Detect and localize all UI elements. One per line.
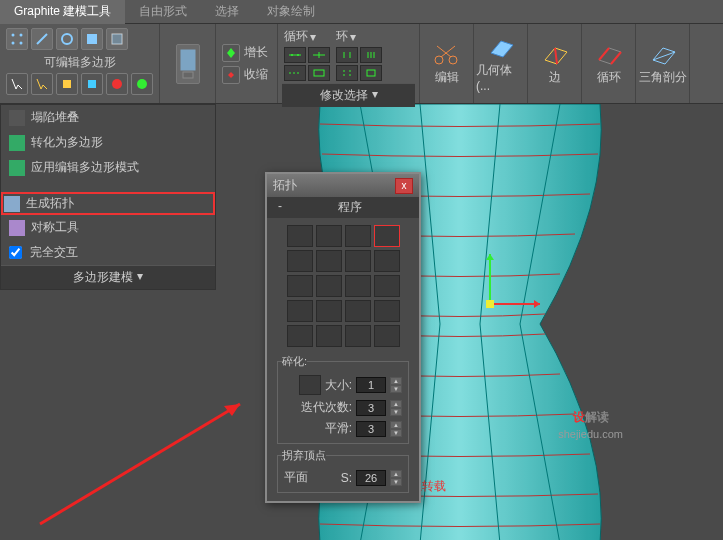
tab-objpaint[interactable]: 对象绘制	[253, 0, 329, 24]
pattern-16[interactable]	[374, 300, 400, 322]
loop-dropdown-icon[interactable]: ▾	[310, 30, 316, 44]
sel-4-icon[interactable]	[81, 73, 103, 95]
pattern-9[interactable]	[287, 275, 313, 297]
subobj-border-icon[interactable]	[56, 28, 78, 50]
apply-icon	[9, 160, 25, 176]
shrink-button[interactable]: 收缩	[220, 64, 273, 86]
frag-group: 碎化: 大小:▲▼ 迭代次数:▲▼ 平滑:▲▼	[277, 354, 409, 444]
pattern-20[interactable]	[374, 325, 400, 347]
dialog-titlebar[interactable]: 拓扑x	[267, 174, 419, 197]
group-label-editable-poly: 可编辑多边形	[4, 54, 155, 71]
smooth-spin-buttons[interactable]: ▲▼	[390, 421, 402, 437]
size-spinner[interactable]	[356, 377, 386, 393]
pattern-4[interactable]	[374, 225, 400, 247]
svg-point-27	[291, 54, 293, 56]
svg-rect-25	[183, 72, 193, 78]
discard-group: 拐弃顶点 平面S:▲▼	[277, 448, 409, 493]
panel-dropdown-icon[interactable]: ▾	[137, 269, 143, 286]
poly-model-panel: 塌陷堆叠 转化为多边形 应用编辑多边形模式 生成拓扑 对称工具 完全交互 多边形…	[0, 104, 216, 290]
pattern-13[interactable]	[287, 300, 313, 322]
loop-panel-button[interactable]: 循环	[582, 24, 636, 103]
minimize-button[interactable]: -	[273, 199, 287, 216]
sel-5-icon[interactable]	[106, 73, 128, 95]
symmetry-icon	[9, 220, 25, 236]
svg-line-43	[441, 46, 455, 57]
full-interactive-check[interactable]: 完全交互	[1, 240, 215, 265]
loop-btn-3[interactable]	[284, 65, 306, 81]
tri-icon	[649, 42, 677, 66]
apply-editpoly-button[interactable]: 应用编辑多边形模式	[1, 155, 215, 180]
subobj-vertex-icon[interactable]	[6, 28, 28, 50]
geom-panel-button[interactable]: 几何体 (...	[474, 24, 528, 103]
collapse-stack-button[interactable]: 塌陷堆叠	[1, 105, 215, 130]
full-interactive-checkbox[interactable]	[9, 246, 22, 259]
pattern-15[interactable]	[345, 300, 371, 322]
loop-icon	[595, 42, 623, 66]
close-button[interactable]: x	[395, 178, 413, 194]
edge-icon	[541, 42, 569, 66]
svg-point-13	[20, 34, 23, 37]
annotation-arrow	[30, 384, 270, 534]
tri-panel-button[interactable]: 三角剖分	[636, 24, 690, 103]
convert-icon	[9, 135, 25, 151]
symmetry-button[interactable]: 对称工具	[1, 215, 215, 240]
pattern-8[interactable]	[374, 250, 400, 272]
ring-btn-4[interactable]	[360, 65, 382, 81]
pattern-19[interactable]	[345, 325, 371, 347]
convert-poly-button[interactable]: 转化为多边形	[1, 130, 215, 155]
smooth-spinner[interactable]	[356, 421, 386, 437]
sel-3-icon[interactable]	[56, 73, 78, 95]
sel-2-icon[interactable]	[31, 73, 53, 95]
topology-dialog: 拓扑x -程序 碎化: 大小:▲▼ 迭代次数:▲▼ 平滑:▲▼ 拐弃顶点 平面S…	[265, 172, 421, 503]
ring-dropdown-icon[interactable]: ▾	[350, 30, 356, 44]
modsel-label[interactable]: 修改选择	[320, 87, 368, 104]
generate-topo-button[interactable]: 生成拓扑	[1, 192, 215, 215]
pattern-11[interactable]	[345, 275, 371, 297]
size-spin-buttons[interactable]: ▲▼	[390, 377, 402, 393]
svg-point-28	[297, 54, 299, 56]
topo-icon	[4, 196, 20, 212]
edit-panel-button[interactable]: 编辑	[420, 24, 474, 103]
tab-select[interactable]: 选择	[201, 0, 253, 24]
modsel-dropdown-icon[interactable]: ▾	[372, 87, 378, 104]
subobj-poly-icon[interactable]	[81, 28, 103, 50]
grow-icon	[222, 44, 240, 62]
pattern-12[interactable]	[374, 275, 400, 297]
pattern-3[interactable]	[345, 225, 371, 247]
pattern-2[interactable]	[316, 225, 342, 247]
edge-panel-button[interactable]: 边	[528, 24, 582, 103]
sel-1-icon[interactable]	[6, 73, 28, 95]
loop-btn-1[interactable]	[284, 47, 306, 63]
svg-line-11	[40, 404, 240, 524]
loop-label: 循环	[284, 28, 308, 45]
pattern-17[interactable]	[287, 325, 313, 347]
panel-title: 多边形建模	[73, 269, 133, 286]
svg-point-22	[112, 79, 122, 89]
subobj-element-icon[interactable]	[106, 28, 128, 50]
pattern-6[interactable]	[316, 250, 342, 272]
ring-btn-2[interactable]	[360, 47, 382, 63]
tab-freeform[interactable]: 自由形式	[125, 0, 201, 24]
sel-6-icon[interactable]	[131, 73, 153, 95]
tab-graphite[interactable]: Graphite 建模工具	[0, 0, 125, 24]
pattern-7[interactable]	[345, 250, 371, 272]
iter-spin-buttons[interactable]: ▲▼	[390, 400, 402, 416]
pattern-14[interactable]	[316, 300, 342, 322]
grow-button[interactable]: 增长	[220, 42, 273, 64]
subobj-edge-icon[interactable]	[31, 28, 53, 50]
frag-preview-icon[interactable]	[299, 375, 321, 395]
ring-btn-1[interactable]	[336, 47, 358, 63]
s-spin-buttons[interactable]: ▲▼	[390, 470, 402, 486]
iter-spinner[interactable]	[356, 400, 386, 416]
ring-label: 环	[336, 28, 348, 45]
s-spinner[interactable]	[356, 470, 386, 486]
preview-toggle-icon[interactable]	[176, 44, 200, 84]
loop-btn-2[interactable]	[308, 47, 330, 63]
pattern-5[interactable]	[287, 250, 313, 272]
loop-btn-4[interactable]	[308, 65, 330, 81]
pattern-1[interactable]	[287, 225, 313, 247]
pattern-18[interactable]	[316, 325, 342, 347]
ring-btn-3[interactable]	[336, 65, 358, 81]
pattern-10[interactable]	[316, 275, 342, 297]
shrink-icon	[222, 66, 240, 84]
